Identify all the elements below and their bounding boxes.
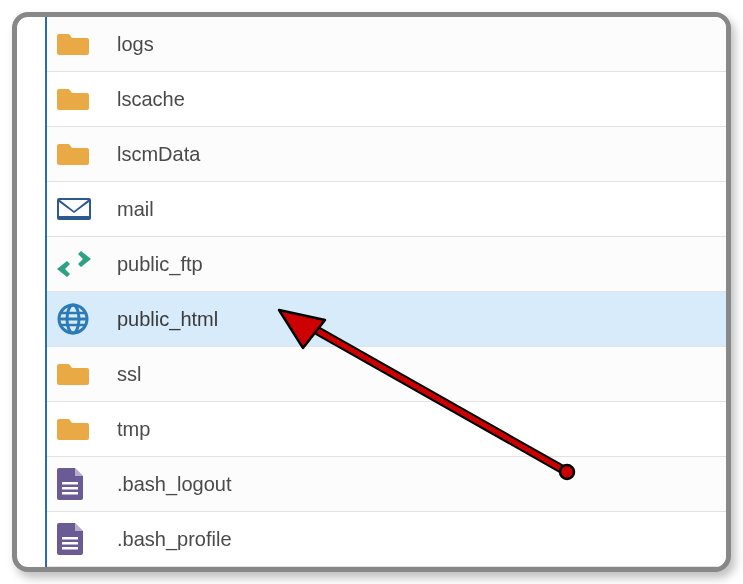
- list-item[interactable]: tmp: [47, 402, 726, 457]
- file-name: public_ftp: [117, 253, 203, 276]
- folder-icon: [57, 361, 103, 387]
- svg-rect-10: [62, 547, 78, 550]
- folder-icon: [57, 141, 103, 167]
- list-item[interactable]: .bash_profile: [47, 512, 726, 567]
- svg-rect-5: [62, 482, 78, 485]
- file-name: .bash_logout: [117, 473, 232, 496]
- svg-rect-7: [62, 492, 78, 495]
- folder-icon: [57, 416, 103, 442]
- file-name: lscache: [117, 88, 185, 111]
- list-item[interactable]: logs: [47, 17, 726, 72]
- file-manager-panel: logs lscache lscmData mail public_ftp: [12, 12, 731, 572]
- svg-rect-6: [62, 487, 78, 490]
- list-item[interactable]: ssl: [47, 347, 726, 402]
- file-name: lscmData: [117, 143, 200, 166]
- globe-icon: [57, 303, 103, 335]
- document-icon: [57, 523, 103, 555]
- file-name: logs: [117, 33, 154, 56]
- folder-icon: [57, 86, 103, 112]
- file-list: logs lscache lscmData mail public_ftp: [45, 17, 726, 567]
- file-name: tmp: [117, 418, 150, 441]
- transfer-icon: [57, 251, 103, 277]
- list-item[interactable]: public_ftp: [47, 237, 726, 292]
- svg-rect-9: [62, 542, 78, 545]
- list-item[interactable]: lscache: [47, 72, 726, 127]
- file-name: mail: [117, 198, 154, 221]
- list-item[interactable]: lscmData: [47, 127, 726, 182]
- folder-icon: [57, 31, 103, 57]
- svg-rect-8: [62, 537, 78, 540]
- list-item[interactable]: mail: [47, 182, 726, 237]
- file-name: ssl: [117, 363, 141, 386]
- list-item[interactable]: .bash_logout: [47, 457, 726, 512]
- file-name: .bash_profile: [117, 528, 232, 551]
- file-name: public_html: [117, 308, 218, 331]
- mail-icon: [57, 196, 103, 222]
- list-item[interactable]: public_html: [47, 292, 726, 347]
- document-icon: [57, 468, 103, 500]
